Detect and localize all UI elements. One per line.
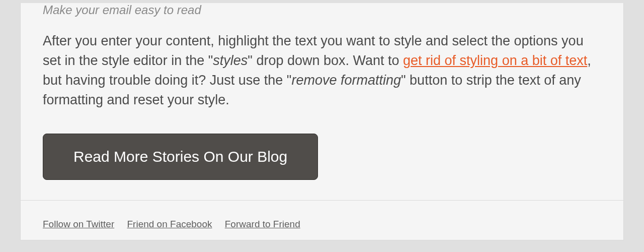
body-italic-remove-formatting: remove formatting <box>291 73 401 88</box>
content-area: Make your email easy to read After you e… <box>21 3 623 200</box>
footer: Follow on Twitter Friend on Facebook For… <box>21 200 623 240</box>
friend-facebook-link[interactable]: Friend on Facebook <box>127 219 212 229</box>
body-text-part2: " drop down box. Want to <box>248 53 403 68</box>
forward-friend-link[interactable]: Forward to Friend <box>225 219 300 229</box>
read-more-button[interactable]: Read More Stories On Our Blog <box>43 134 318 180</box>
email-container: Make your email easy to read After you e… <box>20 3 624 240</box>
subtitle: Make your email easy to read <box>43 3 601 17</box>
remove-styling-link[interactable]: get rid of styling on a bit of text <box>403 53 587 68</box>
follow-twitter-link[interactable]: Follow on Twitter <box>43 219 114 229</box>
body-paragraph: After you enter your content, highlight … <box>43 31 601 110</box>
body-italic-styles: styles <box>213 53 248 68</box>
footer-links: Follow on Twitter Friend on Facebook For… <box>43 219 601 230</box>
